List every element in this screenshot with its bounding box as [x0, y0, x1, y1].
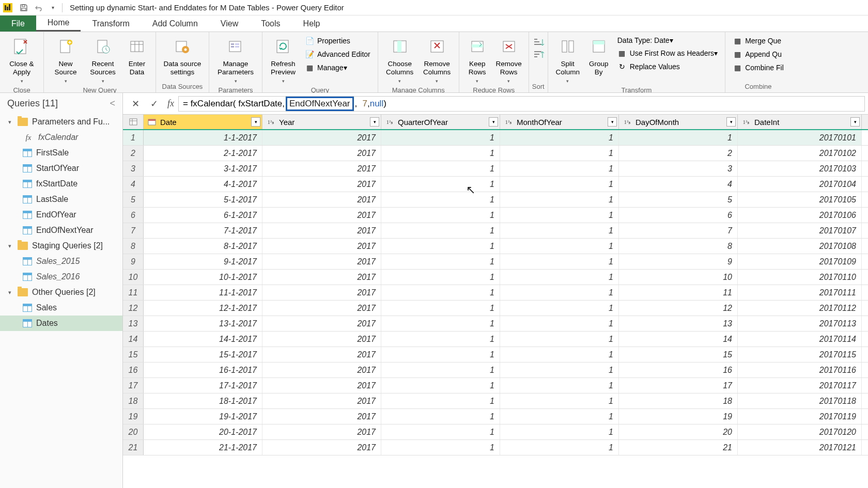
query-startofyear[interactable]: StartOfYear [0, 161, 122, 176]
cell-day[interactable]: 17 [619, 378, 738, 393]
column-filter-icon[interactable]: ▾ [726, 117, 736, 127]
cell-year[interactable]: 2017 [262, 254, 381, 269]
query-sales2015[interactable]: Sales_2015 [0, 254, 122, 269]
table-row[interactable]: 1818-1-20172017111820170118 [123, 393, 868, 409]
cell-year[interactable]: 2017 [262, 223, 381, 238]
cell-year[interactable]: 2017 [262, 393, 381, 408]
cell-year[interactable]: 2017 [262, 347, 381, 362]
manage-parameters-button[interactable]: Manage Parameters▾ [212, 34, 259, 85]
column-header-month[interactable]: 1²₃ MonthOfYear ▾ [500, 115, 619, 129]
cell-day[interactable]: 15 [619, 347, 738, 362]
cell-date[interactable]: 10-1-2017 [144, 270, 262, 285]
column-filter-icon[interactable]: ▾ [608, 117, 617, 127]
cell-quarter[interactable]: 1 [381, 285, 500, 300]
cell-quarter[interactable]: 1 [381, 378, 500, 393]
cell-year[interactable]: 2017 [262, 192, 381, 207]
cell-dateint[interactable]: 20170105 [738, 192, 862, 207]
cell-date[interactable]: 9-1-2017 [144, 254, 262, 269]
cell-date[interactable]: 21-1-2017 [144, 440, 262, 455]
group-by-button[interactable]: Group By [584, 34, 613, 76]
cell-dateint[interactable]: 20170103 [738, 161, 862, 176]
cell-quarter[interactable]: 1 [381, 130, 500, 145]
first-row-headers-button[interactable]: ▦Use First Row as Headers ▾ [615, 48, 720, 59]
cell-date[interactable]: 17-1-2017 [144, 378, 262, 393]
cell-quarter[interactable]: 1 [381, 192, 500, 207]
cell-date[interactable]: 12-1-2017 [144, 301, 262, 316]
cell-quarter[interactable]: 1 [381, 223, 500, 238]
cell-day[interactable]: 2 [619, 146, 738, 161]
cell-quarter[interactable]: 1 [381, 146, 500, 161]
cell-year[interactable]: 2017 [262, 424, 381, 439]
cell-dateint[interactable]: 20170101 [738, 130, 862, 145]
tab-home[interactable]: Home [36, 15, 81, 32]
cell-day[interactable]: 6 [619, 208, 738, 223]
table-row[interactable]: 2121-1-20172017112120170121 [123, 440, 868, 455]
cell-month[interactable]: 1 [500, 177, 619, 192]
cell-day[interactable]: 13 [619, 316, 738, 331]
column-header-day[interactable]: 1²₃ DayOfMonth ▾ [619, 115, 738, 129]
cell-quarter[interactable]: 1 [381, 363, 500, 377]
cell-dateint[interactable]: 20170116 [738, 363, 862, 377]
cell-dateint[interactable]: 20170108 [738, 239, 862, 254]
keep-rows-button[interactable]: Keep Rows▾ [462, 34, 492, 85]
table-row[interactable]: 1414-1-20172017111420170114 [123, 332, 868, 347]
combine-files-button[interactable]: ▦Combine Fil [731, 62, 786, 73]
cell-dateint[interactable]: 20170104 [738, 177, 862, 192]
table-row[interactable]: 44-1-2017201711420170104 [123, 177, 868, 192]
cell-year[interactable]: 2017 [262, 409, 381, 424]
table-row[interactable]: 33-1-2017201711320170103 [123, 161, 868, 177]
folder-other[interactable]: ▾Other Queries [2] [0, 285, 122, 300]
column-filter-icon[interactable]: ▾ [370, 117, 379, 127]
query-fxstartdate[interactable]: fxStartDate [0, 176, 122, 192]
cell-month[interactable]: 1 [500, 440, 619, 455]
cell-quarter[interactable]: 1 [381, 316, 500, 331]
column-filter-icon[interactable]: ▾ [489, 117, 498, 127]
grid-body[interactable]: 11-1-201720171112017010122-1-20172017112… [123, 130, 868, 488]
cell-dateint[interactable]: 20170111 [738, 285, 862, 300]
cell-year[interactable]: 2017 [262, 332, 381, 347]
enter-data-button[interactable]: Enter Data [121, 34, 152, 76]
cell-day[interactable]: 20 [619, 424, 738, 439]
cell-dateint[interactable]: 20170121 [738, 440, 862, 455]
cell-dateint[interactable]: 20170109 [738, 254, 862, 269]
cell-quarter[interactable]: 1 [381, 409, 500, 424]
cell-date[interactable]: 6-1-2017 [144, 208, 262, 223]
cell-day[interactable]: 14 [619, 332, 738, 347]
formula-confirm-button[interactable]: ✓ [145, 96, 163, 112]
table-row[interactable]: 1212-1-20172017111220170112 [123, 301, 868, 316]
cell-dateint[interactable]: 20170107 [738, 223, 862, 238]
qat-save-icon[interactable] [18, 2, 29, 13]
table-row[interactable]: 77-1-2017201711720170107 [123, 223, 868, 239]
cell-year[interactable]: 2017 [262, 177, 381, 192]
cell-dateint[interactable]: 20170110 [738, 270, 862, 285]
column-header-dateint[interactable]: 1²₃ DateInt ▾ [738, 115, 862, 129]
cell-date[interactable]: 2-1-2017 [144, 146, 262, 161]
cell-quarter[interactable]: 1 [381, 239, 500, 254]
tab-tools[interactable]: Tools [250, 15, 291, 32]
formula-input[interactable]: = fxCalendar( fxStartDate, EndOfNextYear… [178, 96, 865, 112]
cell-month[interactable]: 1 [500, 223, 619, 238]
cell-month[interactable]: 1 [500, 347, 619, 362]
cell-dateint[interactable]: 20170115 [738, 347, 862, 362]
cell-quarter[interactable]: 1 [381, 208, 500, 223]
cell-date[interactable]: 14-1-2017 [144, 332, 262, 347]
table-row[interactable]: 1515-1-20172017111520170115 [123, 347, 868, 363]
close-apply-button[interactable]: Close & Apply▾ [3, 34, 40, 85]
table-row[interactable]: 1111-1-20172017111120170111 [123, 285, 868, 301]
refresh-preview-button[interactable]: Refresh Preview▾ [266, 34, 301, 85]
cell-quarter[interactable]: 1 [381, 332, 500, 347]
append-queries-button[interactable]: ▦Append Qu [731, 49, 786, 60]
cell-year[interactable]: 2017 [262, 146, 381, 161]
cell-dateint[interactable]: 20170113 [738, 316, 862, 331]
qat-undo-icon[interactable] [33, 2, 44, 13]
cell-quarter[interactable]: 1 [381, 440, 500, 455]
data-source-settings-button[interactable]: Data source settings [159, 34, 206, 76]
cell-month[interactable]: 1 [500, 208, 619, 223]
cell-year[interactable]: 2017 [262, 440, 381, 455]
query-firstsale[interactable]: FirstSale [0, 145, 122, 161]
cell-day[interactable]: 12 [619, 301, 738, 316]
cell-date[interactable]: 18-1-2017 [144, 393, 262, 408]
cell-year[interactable]: 2017 [262, 301, 381, 316]
cell-month[interactable]: 1 [500, 301, 619, 316]
cell-day[interactable]: 9 [619, 254, 738, 269]
